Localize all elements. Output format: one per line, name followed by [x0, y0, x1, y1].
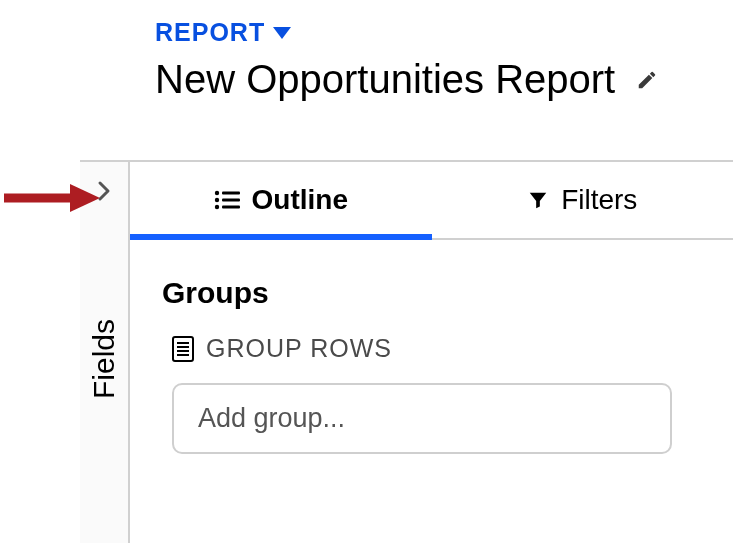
tab-filters-label: Filters: [561, 184, 637, 216]
svg-rect-6: [222, 206, 240, 209]
svg-rect-7: [173, 337, 193, 361]
fields-expand-button[interactable]: [96, 180, 112, 202]
fields-rail: Fields: [80, 162, 130, 543]
svg-rect-4: [222, 199, 240, 202]
edit-title-button[interactable]: [629, 62, 665, 98]
tab-bar: Outline Filters: [130, 162, 733, 240]
report-header: REPORT New Opportunities Report: [0, 0, 733, 102]
group-rows-label: GROUP ROWS: [206, 334, 392, 363]
funnel-icon: [527, 189, 549, 211]
list-icon: [214, 190, 240, 210]
svg-point-1: [214, 191, 218, 195]
svg-rect-2: [222, 192, 240, 195]
pencil-icon: [636, 69, 658, 91]
tab-outline[interactable]: Outline: [130, 162, 432, 238]
tab-filters[interactable]: Filters: [432, 162, 734, 238]
report-title: New Opportunities Report: [155, 57, 615, 102]
fields-rail-label: Fields: [87, 319, 121, 399]
groups-heading: Groups: [162, 276, 701, 310]
outline-content: Groups GROUP ROWS: [130, 240, 733, 490]
svg-point-5: [214, 205, 218, 209]
rows-icon: [172, 336, 194, 362]
report-title-row: New Opportunities Report: [155, 57, 733, 102]
report-type-dropdown[interactable]: REPORT: [155, 18, 733, 47]
chevron-right-icon: [96, 180, 112, 202]
svg-marker-0: [273, 27, 291, 39]
tab-outline-label: Outline: [252, 184, 348, 216]
add-group-input[interactable]: [172, 383, 672, 454]
builder-panel: Fields Outline Filt: [80, 160, 733, 543]
group-rows-header: GROUP ROWS: [172, 334, 701, 363]
chevron-down-icon: [273, 27, 291, 39]
main-area: Outline Filters Groups: [130, 162, 733, 543]
svg-point-3: [214, 198, 218, 202]
report-type-label: REPORT: [155, 18, 265, 47]
